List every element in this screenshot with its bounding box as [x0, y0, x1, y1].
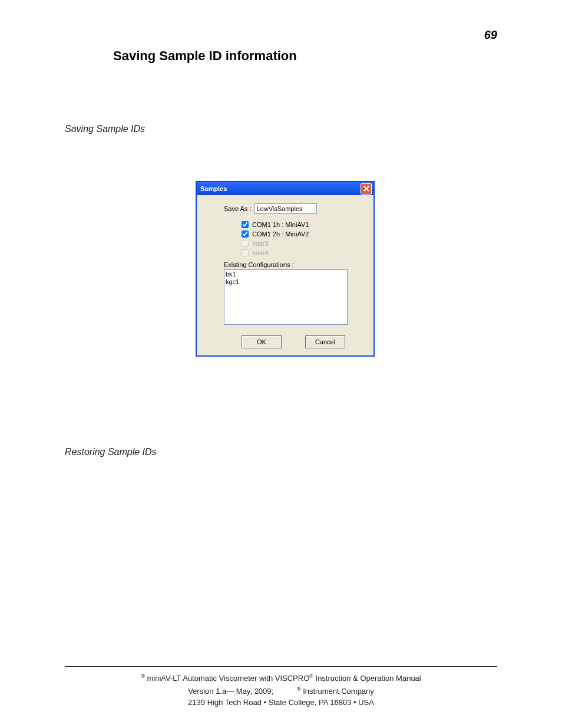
footer-text: Instruction & Operation Manual: [313, 674, 421, 683]
checkbox-row-3: Instr4: [242, 249, 363, 256]
checkbox-row-2: Instr3: [242, 240, 363, 247]
samples-dialog: Samples Save As : COM1 1h : MiniAV1 COM1…: [196, 181, 375, 357]
footer-line-2: Version 1.a— May, 2009; ® Instrument Com…: [65, 684, 497, 697]
close-icon: [363, 186, 369, 192]
save-as-row: Save As :: [224, 203, 363, 214]
section-heading: Saving Sample ID information: [113, 48, 297, 64]
footer-text: Version 1.a— May, 2009;: [188, 687, 273, 696]
checkbox-label: COM1 1h : MiniAV1: [252, 221, 309, 228]
cancel-button[interactable]: Cancel: [305, 335, 345, 348]
footer-line-3: 2139 High Tech Road • State College, PA …: [65, 697, 497, 708]
footer-text: Instrument Company: [301, 687, 374, 696]
dialog-titlebar[interactable]: Samples: [197, 182, 373, 195]
footer-text: miniAV-LT Automatic Viscometer with VISC…: [145, 674, 309, 683]
footer-line-1: ® miniAV-LT Automatic Viscometer with VI…: [65, 671, 497, 684]
footer: ® miniAV-LT Automatic Viscometer with VI…: [65, 671, 497, 708]
list-item[interactable]: kgc1: [226, 278, 346, 286]
checkbox-row-0: COM1 1h : MiniAV1: [242, 221, 363, 228]
existing-configs-listbox[interactable]: bk1 kgc1: [224, 269, 348, 325]
ok-button[interactable]: OK: [242, 335, 282, 348]
dialog-body: Save As : COM1 1h : MiniAV1 COM1 2h : Mi…: [197, 195, 373, 355]
checkbox-instr4: [242, 249, 249, 256]
subheading-restoring: Restoring Sample IDs: [65, 447, 157, 457]
list-item[interactable]: bk1: [226, 271, 346, 278]
checkbox-label: Instr4: [252, 249, 269, 256]
checkbox-com1-1h[interactable]: [242, 221, 249, 228]
close-button[interactable]: [361, 183, 372, 195]
registered-icon: ®: [141, 673, 145, 679]
subheading-saving: Saving Sample IDs: [65, 124, 145, 134]
button-row: OK Cancel: [224, 335, 363, 348]
dialog-title: Samples: [200, 185, 227, 192]
checkbox-instr3: [242, 240, 249, 247]
save-as-input[interactable]: [254, 203, 317, 214]
checkbox-label: Instr3: [252, 240, 269, 247]
checkbox-row-1: COM1 2h : MiniAV2: [242, 230, 363, 238]
save-as-label: Save As :: [224, 205, 251, 212]
registered-icon: ®: [297, 686, 301, 692]
page-number: 69: [484, 28, 497, 42]
checkbox-label: COM1 2h : MiniAV2: [252, 230, 309, 238]
footer-rule: [65, 666, 497, 667]
registered-icon: ®: [309, 673, 313, 679]
existing-configs-label: Existing Configurations :: [224, 261, 363, 268]
checkbox-com1-2h[interactable]: [242, 230, 249, 238]
